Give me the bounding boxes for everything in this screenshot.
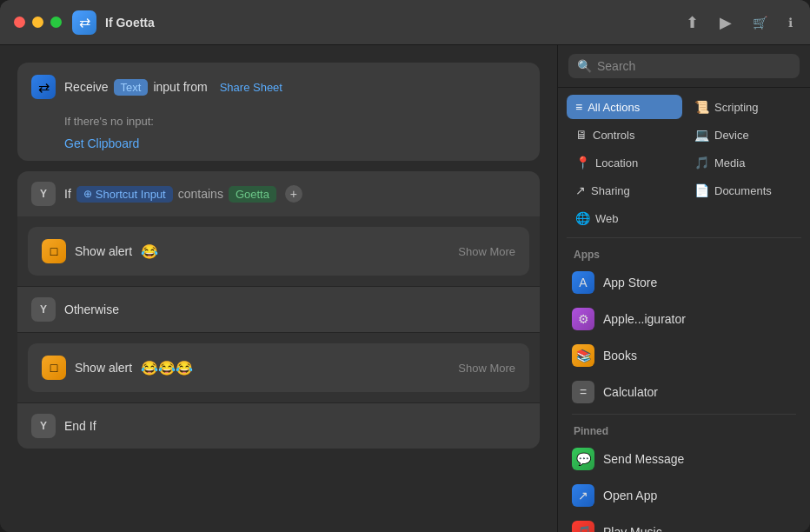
actions-panel: 🔍 ≡ All Actions 📜 Scripting 🖥 <box>558 45 810 532</box>
tab-device-label: Device <box>714 129 749 142</box>
section-divider-0 <box>567 237 801 238</box>
send-message-label: Send Message <box>603 452 684 466</box>
receive-block: ⇄ Receive Text input from Share Sheet If… <box>17 63 540 161</box>
tab-media[interactable]: 🎵 Media <box>686 150 801 175</box>
shortcut-input-token[interactable]: ⊕ Shortcut Input <box>76 186 173 203</box>
apple-configurator-label: Apple...igurator <box>603 312 686 326</box>
otherwise-label: Otherwise <box>64 303 119 316</box>
action-item-app-store[interactable]: A App Store <box>563 264 805 301</box>
receive-middle: input from <box>153 80 207 94</box>
tab-documents[interactable]: 📄 Documents <box>686 178 801 203</box>
tab-all-actions[interactable]: ≡ All Actions <box>567 95 682 119</box>
share-button[interactable]: ⬆ <box>682 10 702 36</box>
show-alert-emoji-1: 😂 <box>141 243 158 260</box>
if-text: If ⊕ Shortcut Input contains Goetta + <box>64 185 302 203</box>
traffic-lights <box>14 17 62 28</box>
action-item-send-message[interactable]: 💬 Send Message <box>563 441 805 477</box>
tab-location[interactable]: 📍 Location <box>567 150 682 175</box>
send-message-icon: 💬 <box>572 448 594 470</box>
tab-scripting[interactable]: 📜 Scripting <box>686 95 801 119</box>
show-alert-icon-1: □ <box>42 239 66 263</box>
search-bar: 🔍 <box>558 45 810 88</box>
tab-device[interactable]: 💻 Device <box>686 123 801 147</box>
titlebar: ⇄ If Goetta ⬆ ▶ 🛒 ℹ <box>0 0 810 45</box>
action-item-books[interactable]: 📚 Books <box>563 337 805 374</box>
tab-controls-label: Controls <box>593 129 634 142</box>
conditional-wrapper: Y If ⊕ Shortcut Input contains Goetta + <box>17 171 540 449</box>
tab-location-label: Location <box>595 156 638 170</box>
tab-scripting-label: Scripting <box>714 101 759 114</box>
if-header: Y If ⊕ Shortcut Input contains Goetta + <box>17 171 540 216</box>
main-window: ⇄ If Goetta ⬆ ▶ 🛒 ℹ ⇄ Receive Text input… <box>0 0 810 532</box>
show-alert-left-1: □ Show alert 😂 <box>42 239 158 263</box>
nested-container-1: □ Show alert 😂 Show More <box>17 216 540 286</box>
close-button[interactable] <box>14 17 25 28</box>
search-icon: 🔍 <box>577 59 592 73</box>
media-icon: 🎵 <box>694 156 709 170</box>
get-clipboard-link[interactable]: Get Clipboard <box>17 135 540 161</box>
app-icon: ⇄ <box>72 10 96 35</box>
show-more-2[interactable]: Show More <box>458 362 515 375</box>
show-more-1[interactable]: Show More <box>458 245 515 258</box>
share-sheet-token[interactable]: Share Sheet <box>213 79 289 96</box>
tab-web[interactable]: 🌐 Web <box>567 206 682 230</box>
pinned-section-label: Pinned <box>563 418 805 441</box>
main-content: ⇄ Receive Text input from Share Sheet If… <box>0 45 810 532</box>
receive-prefix: Receive <box>64 80 109 94</box>
open-app-icon: ↗ <box>572 484 594 507</box>
no-input-label: If there's no input: <box>17 111 540 135</box>
action-item-play-music[interactable]: 🎵 Play Music <box>563 514 805 532</box>
books-icon: 📚 <box>572 344 594 367</box>
search-input[interactable] <box>597 59 791 73</box>
show-alert-label-1: Show alert <box>75 244 132 258</box>
titlebar-actions: ⬆ ▶ 🛒 ℹ <box>682 10 796 36</box>
search-input-wrapper: 🔍 <box>568 54 800 78</box>
tab-controls[interactable]: 🖥 Controls <box>567 123 682 147</box>
books-label: Books <box>603 349 637 362</box>
store-button[interactable]: 🛒 <box>749 12 771 33</box>
if-icon: Y <box>31 182 56 206</box>
location-icon: 📍 <box>575 156 590 170</box>
show-alert-block-1: □ Show alert 😂 Show More <box>28 227 529 276</box>
web-icon: 🌐 <box>575 211 590 225</box>
action-item-calculator[interactable]: = Calculator <box>563 374 805 410</box>
tab-sharing[interactable]: ↗ Sharing <box>567 178 682 203</box>
tab-web-label: Web <box>595 212 619 225</box>
workflow-panel: ⇄ Receive Text input from Share Sheet If… <box>0 45 558 532</box>
contains-label: contains <box>178 187 223 201</box>
section-divider-1 <box>572 414 796 415</box>
show-alert-block-2: □ Show alert 😂😂😂 Show More <box>28 343 529 392</box>
add-condition-button[interactable]: + <box>285 185 302 203</box>
run-button[interactable]: ▶ <box>716 10 735 36</box>
show-alert-emoji-2: 😂😂😂 <box>141 360 193 376</box>
app-store-icon: A <box>572 271 594 294</box>
maximize-button[interactable] <box>50 17 62 28</box>
minimize-button[interactable] <box>32 17 43 28</box>
endif-icon: Y <box>31 414 56 438</box>
open-app-label: Open App <box>603 489 657 502</box>
window-title: If Goetta <box>105 16 682 30</box>
otherwise-icon: Y <box>31 297 56 322</box>
show-alert-left-2: □ Show alert 😂😂😂 <box>42 356 193 380</box>
show-alert-icon-2: □ <box>42 356 66 380</box>
controls-icon: 🖥 <box>575 128 588 142</box>
calculator-label: Calculator <box>603 385 658 399</box>
goetta-token[interactable]: Goetta <box>229 186 276 203</box>
if-label: If <box>64 187 71 201</box>
action-item-apple-configurator[interactable]: ⚙ Apple...igurator <box>563 301 805 337</box>
scripting-icon: 📜 <box>694 100 709 114</box>
receive-block-header: ⇄ Receive Text input from Share Sheet <box>17 63 540 111</box>
category-tabs: ≡ All Actions 📜 Scripting 🖥 Controls 💻 D… <box>558 88 810 234</box>
apple-configurator-icon: ⚙ <box>572 308 594 330</box>
apps-section-label: Apps <box>563 242 805 264</box>
calculator-icon: = <box>572 381 594 403</box>
tab-sharing-label: Sharing <box>591 184 630 197</box>
device-icon: 💻 <box>694 128 709 142</box>
action-item-open-app[interactable]: ↗ Open App <box>563 477 805 514</box>
info-button[interactable]: ℹ <box>785 12 796 33</box>
endif-block: Y End If <box>17 402 540 449</box>
otherwise-block: Y Otherwise <box>17 286 540 333</box>
text-token[interactable]: Text <box>114 79 149 96</box>
tab-all-actions-label: All Actions <box>588 101 640 114</box>
receive-text: Receive Text input from Share Sheet <box>64 79 289 96</box>
